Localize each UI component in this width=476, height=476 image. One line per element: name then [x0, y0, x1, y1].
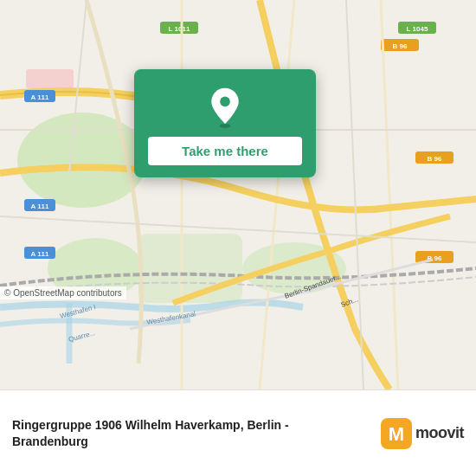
svg-point-34	[219, 124, 230, 128]
svg-text:B 96: B 96	[428, 155, 442, 163]
svg-text:A 111: A 111	[30, 203, 49, 210]
moovit-logo-icon: M	[381, 418, 412, 449]
svg-text:L 1011: L 1011	[169, 25, 190, 33]
location-pin-icon	[204, 87, 246, 128]
svg-point-35	[220, 97, 230, 107]
moovit-brand-text: moovit	[415, 424, 464, 442]
map-svg: A 111 A 111 A 111 L 1011 B 96 B 96 B 96 …	[0, 0, 476, 389]
place-info: Ringergruppe 1906 Wilhelm Haverkamp, Ber…	[12, 417, 324, 448]
svg-rect-3	[138, 234, 242, 303]
map-background: A 111 A 111 A 111 L 1011 B 96 B 96 B 96 …	[0, 0, 476, 389]
svg-text:A 111: A 111	[30, 250, 49, 258]
moovit-logo: M moovit	[381, 418, 464, 449]
attribution-text: © OpenStreetMap contributors	[4, 288, 122, 298]
take-me-there-button[interactable]: Take me there	[148, 137, 302, 165]
svg-text:A 111: A 111	[30, 93, 49, 101]
place-name: Ringergruppe 1906 Wilhelm Haverkamp, Ber…	[12, 417, 324, 448]
svg-text:M: M	[389, 423, 404, 445]
osm-attribution: © OpenStreetMap contributors	[0, 286, 126, 299]
svg-rect-5	[26, 69, 74, 88]
map-container: A 111 A 111 A 111 L 1011 B 96 B 96 B 96 …	[0, 0, 476, 389]
svg-text:B 96: B 96	[393, 42, 408, 50]
location-card: Take me there	[134, 69, 316, 177]
bottom-bar: Ringergruppe 1906 Wilhelm Haverkamp, Ber…	[0, 389, 476, 476]
svg-text:L 1045: L 1045	[407, 25, 428, 33]
